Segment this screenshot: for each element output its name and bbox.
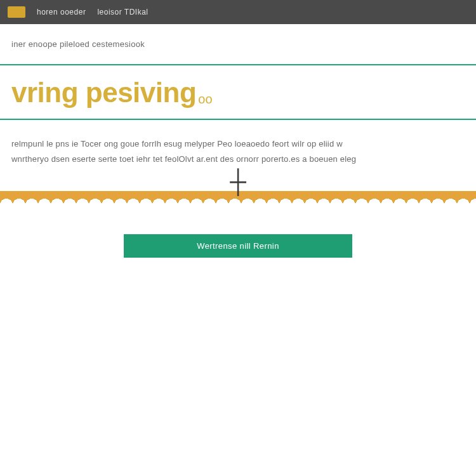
top-toolbar: horen ooeder leoisor TDIkal (0, 0, 476, 24)
breadcrumb: iner enoope pileloed cestemesiook (0, 24, 476, 58)
page-title: vring pesiving (11, 77, 196, 109)
page-title-block: vring pesivingoo (0, 64, 476, 120)
brand-badge-icon (8, 6, 25, 18)
toolbar-menu-item-2[interactable]: leoisor TDIkal (97, 8, 148, 17)
body-line-1: relmpunl le pns ie Tocer ong goue forrlh… (11, 138, 465, 150)
decorative-divider-icon: ┼ (0, 191, 476, 204)
cta-container: Wertrense nill Rernin (0, 234, 476, 258)
toolbar-menu-item-1[interactable]: horen ooeder (37, 8, 86, 17)
body-line-2: wnrtheryo dsen eserte serte toet iehr te… (11, 153, 465, 166)
page-title-suffix: oo (198, 92, 212, 106)
body-copy: relmpunl le pns ie Tocer ong goue forrlh… (0, 120, 476, 177)
primary-cta-button[interactable]: Wertrense nill Rernin (124, 234, 352, 258)
